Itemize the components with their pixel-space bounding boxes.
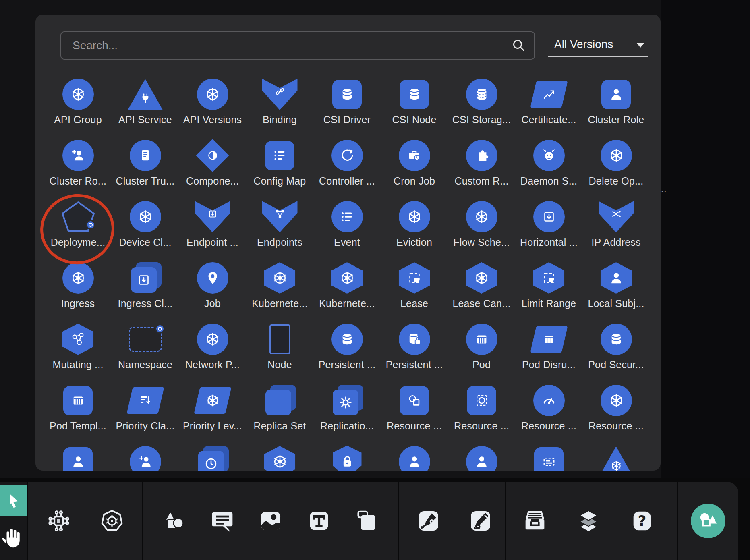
library-item[interactable]: Cluster Role	[582, 75, 650, 136]
library-item[interactable]	[44, 442, 112, 471]
cluster-role-binding-icon	[62, 140, 94, 171]
archive-tool-button[interactable]	[522, 508, 548, 534]
note-tool-button[interactable]	[354, 508, 380, 534]
library-item[interactable]: Delete Op...	[582, 136, 650, 197]
resource-icon-1	[400, 386, 429, 415]
library-item[interactable]: Ingress Cl...	[112, 259, 179, 320]
library-item[interactable]: Job	[179, 259, 246, 320]
library-item[interactable]: Resource ...	[582, 381, 650, 442]
library-item[interactable]: Lease Can...	[448, 259, 515, 320]
version-filter-dropdown[interactable]: All Versions	[548, 32, 648, 57]
shape-library-logo-button[interactable]	[691, 504, 725, 538]
library-item[interactable]: Cluster Ro...	[44, 136, 112, 197]
library-item[interactable]: Pod Disru...	[515, 320, 582, 381]
text-tool-button[interactable]	[306, 508, 332, 534]
library-item[interactable]: Replicatio...	[313, 381, 381, 442]
pan-tool-button[interactable]	[1, 525, 24, 552]
toolbar-panel-logo	[678, 482, 738, 560]
daemon-set-icon	[533, 140, 565, 171]
library-item-label: Node	[267, 359, 292, 371]
library-item[interactable]	[246, 442, 313, 471]
library-item[interactable]	[448, 442, 515, 471]
kubernetes-library-button[interactable]	[99, 508, 125, 534]
basic-shapes-tool-button[interactable]	[161, 508, 187, 534]
library-item[interactable]: Namespace	[112, 320, 179, 381]
library-item[interactable]: Custom R...	[448, 136, 515, 197]
library-item[interactable]: Endpoint ...	[179, 197, 246, 259]
library-item[interactable]: Binding	[246, 75, 313, 136]
library-item[interactable]: Resource ...	[381, 381, 448, 442]
library-item[interactable]	[381, 442, 448, 471]
library-item[interactable]: Cron Job	[381, 136, 448, 197]
component-status-icon	[196, 139, 229, 172]
comment-tool-button[interactable]	[209, 508, 235, 534]
library-item[interactable]: IP Address	[582, 197, 650, 259]
version-filter-label: All Versions	[554, 38, 613, 51]
library-item[interactable]: Persistent ...	[313, 320, 381, 381]
connector-pen-tool-button[interactable]	[416, 508, 441, 534]
graph-tool-button[interactable]	[46, 508, 72, 534]
library-item[interactable]: Network P...	[179, 320, 246, 381]
search-icon[interactable]	[512, 38, 526, 53]
library-item[interactable]: Compone...	[179, 136, 246, 197]
library-item[interactable]: API Versions	[179, 75, 246, 136]
library-item-label: Priority Cla...	[116, 420, 174, 432]
library-item-label: Replica Set	[253, 420, 306, 432]
library-item[interactable]	[313, 442, 381, 471]
layers-tool-button[interactable]	[576, 508, 601, 534]
library-item[interactable]: Priority Lev...	[179, 381, 246, 442]
library-item[interactable]: Priority Cla...	[112, 381, 179, 442]
library-item[interactable]: Mutating ...	[44, 320, 112, 381]
library-item[interactable]: Replica Set	[246, 381, 313, 442]
library-item[interactable]: Pod Templ...	[44, 381, 112, 442]
library-item[interactable]: Event	[313, 197, 381, 259]
library-item[interactable]: Daemon S...	[515, 136, 582, 197]
library-item[interactable]: Persistent ...	[381, 320, 448, 381]
library-item[interactable]: CSI Node	[381, 75, 448, 136]
library-item[interactable]	[582, 442, 650, 471]
pod-disruption-icon	[530, 326, 568, 353]
library-item[interactable]: Resource ...	[448, 381, 515, 442]
library-item[interactable]: Device Cl...	[112, 197, 179, 259]
help-button[interactable]: ?	[629, 508, 655, 534]
library-item[interactable]: Lease	[381, 259, 448, 320]
limit-range-icon	[532, 262, 566, 294]
image-tool-button[interactable]	[258, 508, 284, 534]
library-item[interactable]: Horizontal ...	[515, 197, 582, 259]
library-item[interactable]: CSI Driver	[313, 75, 381, 136]
select-tool-button[interactable]	[0, 485, 27, 516]
resource-icon-2	[467, 386, 496, 415]
library-item-label: Namespace	[118, 359, 172, 371]
library-item[interactable]: Config Map	[246, 136, 313, 197]
library-item-label: Pod	[472, 359, 491, 371]
library-item-label: Resource ...	[387, 420, 442, 432]
library-item[interactable]: API Group	[44, 75, 112, 136]
library-item[interactable]: Kubernete...	[313, 259, 381, 320]
library-item[interactable]: Pod Secur...	[582, 320, 650, 381]
library-item[interactable]: Limit Range	[515, 259, 582, 320]
library-item[interactable]: Certificate...	[515, 75, 582, 136]
library-item[interactable]	[515, 442, 582, 471]
search-input[interactable]	[60, 31, 535, 60]
library-item[interactable]: API Service	[112, 75, 179, 136]
library-item-label: Cluster Tru...	[116, 175, 175, 187]
resource-icon-4	[601, 385, 632, 416]
library-item[interactable]: Kubernete...	[246, 259, 313, 320]
csi-node-icon	[400, 80, 429, 109]
library-item[interactable]: Cluster Tru...	[112, 136, 179, 197]
library-item[interactable]: Eviction	[381, 197, 448, 259]
library-item[interactable]: Resource ...	[515, 381, 582, 442]
freehand-draw-tool-button[interactable]	[468, 508, 493, 534]
library-item[interactable]: Controller ...	[313, 136, 381, 197]
library-item[interactable]: Node	[246, 320, 313, 381]
flow-schema-icon	[466, 201, 497, 232]
library-item[interactable]: Ingress	[44, 259, 112, 320]
library-item[interactable]: Endpoints	[246, 197, 313, 259]
library-item[interactable]: Pod	[448, 320, 515, 381]
library-item[interactable]: Local Subj...	[582, 259, 650, 320]
library-item[interactable]: Flow Sche...	[448, 197, 515, 259]
library-item[interactable]: CSI Storag...	[448, 75, 515, 136]
pen-arrow-icon	[416, 508, 441, 534]
library-item[interactable]	[179, 442, 246, 471]
library-item[interactable]	[112, 442, 179, 471]
